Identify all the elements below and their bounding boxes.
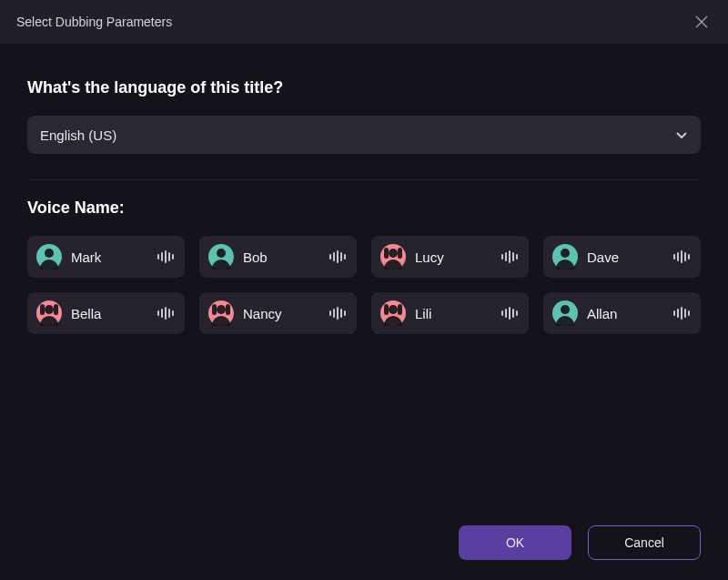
cancel-button[interactable]: Cancel bbox=[588, 525, 701, 560]
voice-card-lili[interactable]: Lili bbox=[371, 292, 529, 334]
voice-name: Lili bbox=[415, 306, 431, 321]
language-prompt: What's the language of this title? bbox=[27, 78, 701, 97]
waveform-icon bbox=[157, 306, 174, 321]
ok-button[interactable]: OK bbox=[459, 525, 571, 560]
footer-buttons: OK Cancel bbox=[459, 525, 701, 560]
avatar bbox=[36, 244, 62, 270]
close-icon bbox=[695, 15, 708, 28]
window-title: Select Dubbing Parameters bbox=[16, 15, 172, 29]
title-bar: Select Dubbing Parameters bbox=[0, 0, 728, 44]
avatar bbox=[552, 244, 578, 270]
language-selected-value: English (US) bbox=[40, 127, 116, 143]
waveform-icon bbox=[157, 249, 174, 264]
waveform-icon bbox=[329, 249, 346, 264]
section-divider bbox=[27, 179, 701, 180]
voice-name: Lucy bbox=[415, 249, 444, 265]
avatar bbox=[380, 300, 406, 326]
waveform-icon bbox=[673, 306, 690, 321]
voice-card-allan[interactable]: Allan bbox=[543, 292, 701, 334]
avatar bbox=[208, 300, 234, 326]
avatar bbox=[552, 300, 578, 326]
voice-card-bella[interactable]: Bella bbox=[27, 292, 185, 334]
chevron-down-icon bbox=[675, 128, 688, 141]
waveform-icon bbox=[329, 306, 346, 321]
close-button[interactable] bbox=[690, 10, 713, 34]
voice-name: Nancy bbox=[243, 306, 282, 321]
avatar bbox=[36, 300, 62, 326]
voice-card-bob[interactable]: Bob bbox=[199, 236, 357, 278]
voice-section-label: Voice Name: bbox=[27, 198, 701, 218]
voice-name: Mark bbox=[71, 249, 101, 265]
voice-grid: MarkBobLucyDaveBellaNancyLiliAllan bbox=[27, 236, 701, 334]
avatar bbox=[208, 244, 234, 270]
voice-card-dave[interactable]: Dave bbox=[543, 236, 701, 278]
voice-name: Bella bbox=[71, 306, 101, 321]
language-select[interactable]: English (US) bbox=[27, 116, 701, 154]
voice-card-nancy[interactable]: Nancy bbox=[199, 292, 357, 334]
voice-name: Dave bbox=[587, 249, 619, 265]
voice-card-lucy[interactable]: Lucy bbox=[371, 236, 529, 278]
voice-name: Bob bbox=[243, 249, 268, 265]
waveform-icon bbox=[673, 249, 690, 264]
voice-name: Allan bbox=[587, 306, 617, 321]
voice-card-mark[interactable]: Mark bbox=[27, 236, 185, 278]
waveform-icon bbox=[501, 249, 518, 264]
waveform-icon bbox=[501, 306, 518, 321]
avatar bbox=[380, 244, 406, 270]
dialog-content: What's the language of this title? Engli… bbox=[0, 44, 728, 334]
